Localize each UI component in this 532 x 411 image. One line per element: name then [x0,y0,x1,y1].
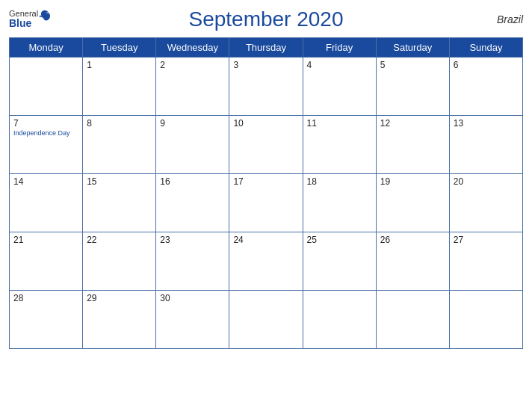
logo-bird-icon [38,9,52,22]
date-number: 22 [87,235,152,245]
cell-week4-day7: 27 [449,232,522,291]
week-row-2: 7Independence Day8910111213 [10,116,523,174]
cell-week2-day1: 7Independence Day [10,116,83,174]
date-number: 20 [454,176,519,187]
cell-week5-day6 [376,291,449,349]
cell-week1-day1 [10,58,83,116]
date-number: 25 [307,235,372,245]
cell-week3-day3: 16 [156,174,229,232]
date-number: 8 [87,118,152,129]
week-row-5: 282930 [10,291,523,349]
day-header-friday: Friday [303,38,376,58]
date-number: 5 [380,60,445,70]
logo-blue-text: Blue [9,18,38,29]
cell-week5-day2: 29 [83,291,156,349]
logo: General Blue [9,9,38,29]
day-header-monday: Monday [10,38,83,58]
cell-week2-day3: 9 [156,116,229,174]
cell-week3-day5: 18 [303,174,376,232]
day-header-saturday: Saturday [376,38,449,58]
day-header-tuesday: Tuesday [83,38,156,58]
cell-week1-day5: 4 [303,58,376,116]
holiday-label: Independence Day [13,129,78,137]
calendar-table: Monday Tuesday Wednesday Thursday Friday… [9,37,523,349]
cell-week1-day6: 5 [376,58,449,116]
date-number: 16 [160,176,225,187]
date-number: 13 [454,118,519,129]
cell-week2-day6: 12 [376,116,449,174]
cell-week3-day1: 14 [10,174,83,232]
cell-week4-day1: 21 [10,232,83,291]
cell-week5-day4 [229,291,303,349]
cell-week4-day4: 24 [229,232,303,291]
week-row-1: 123456 [10,58,523,116]
week-row-4: 21222324252627 [10,232,523,291]
calendar-title: September 2020 [188,7,343,31]
cell-week4-day5: 25 [303,232,376,291]
date-number: 18 [307,176,372,187]
date-number: 26 [380,235,445,245]
date-number: 19 [380,176,445,187]
date-number: 9 [160,118,225,129]
date-number: 29 [87,293,152,303]
day-header-sunday: Sunday [449,38,522,58]
date-number: 11 [307,118,372,129]
date-number: 6 [454,60,519,70]
cell-week3-day2: 15 [83,174,156,232]
cell-week4-day6: 26 [376,232,449,291]
date-number: 17 [233,176,298,187]
cell-week5-day1: 28 [10,291,83,349]
cell-week5-day3: 30 [156,291,229,349]
cell-week4-day2: 22 [83,232,156,291]
calendar-header: General Blue September 2020 Brazil [9,7,523,31]
date-number: 14 [13,176,78,187]
cell-week2-day7: 13 [449,116,522,174]
cell-week5-day7 [449,291,522,349]
cell-week1-day4: 3 [229,58,303,116]
date-number: 1 [87,60,152,70]
days-of-week-row: Monday Tuesday Wednesday Thursday Friday… [10,38,523,58]
date-number: 23 [160,235,225,245]
calendar-container: General Blue September 2020 Brazil Monda… [0,0,532,411]
date-number: 21 [13,235,78,245]
cell-week3-day4: 17 [229,174,303,232]
cell-week2-day5: 11 [303,116,376,174]
day-header-wednesday: Wednesday [156,38,229,58]
date-number: 3 [233,60,298,70]
cell-week2-day4: 10 [229,116,303,174]
date-number: 15 [87,176,152,187]
date-number: 30 [160,293,225,303]
date-number: 2 [160,60,225,70]
date-number: 12 [380,118,445,129]
calendar-body: 1234567Independence Day89101112131415161… [10,58,523,349]
day-header-thursday: Thursday [229,38,303,58]
cell-week3-day6: 19 [376,174,449,232]
country-label: Brazil [497,13,523,25]
cell-week4-day3: 23 [156,232,229,291]
cell-week2-day2: 8 [83,116,156,174]
date-number: 24 [233,235,298,245]
date-number: 4 [307,60,372,70]
cell-week1-day3: 2 [156,58,229,116]
cell-week3-day7: 20 [449,174,522,232]
date-number: 10 [233,118,298,129]
week-row-3: 14151617181920 [10,174,523,232]
date-number: 28 [13,293,78,303]
date-number: 27 [454,235,519,245]
date-number: 7 [13,118,78,129]
cell-week1-day2: 1 [83,58,156,116]
cell-week5-day5 [303,291,376,349]
cell-week1-day7: 6 [449,58,522,116]
